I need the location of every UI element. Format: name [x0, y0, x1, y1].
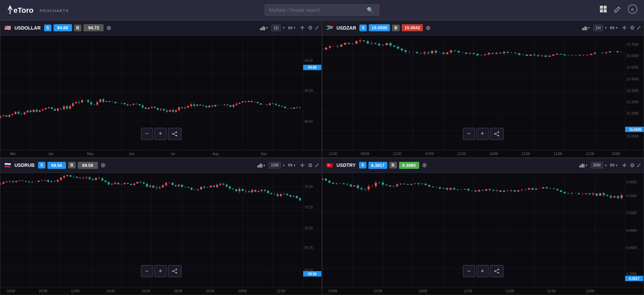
- zoom-plus-usdzar[interactable]: +: [476, 128, 489, 140]
- sell-button-usdtry[interactable]: S: [359, 162, 366, 169]
- candle-type-usdrub[interactable]: ▾: [287, 162, 297, 168]
- grid-layout-icon[interactable]: [600, 5, 607, 14]
- edit-icon[interactable]: [614, 5, 621, 14]
- svg-point-55: [498, 269, 499, 270]
- settings-usdtry[interactable]: ⚙: [630, 162, 635, 169]
- svg-point-56: [494, 270, 496, 272]
- buy-price-usdollar[interactable]: 94.72: [83, 24, 104, 31]
- expand-usdollar[interactable]: ⤢: [315, 25, 319, 31]
- chart-type-usdollar[interactable]: ▾: [258, 25, 269, 31]
- period-btn-usdzar[interactable]: 1H: [593, 25, 603, 31]
- period-btn-usdollar[interactable]: 1D: [271, 25, 281, 31]
- sell-price-usdollar[interactable]: 94.68: [53, 24, 72, 31]
- search-bar[interactable]: 🔍: [265, 4, 379, 15]
- x-label-5: 10/09: [490, 152, 498, 156]
- x-axis-usdollar: Mar Apr May Jun Jul Aug Sep: [0, 150, 322, 157]
- crosshair-tool-usdtry[interactable]: ✛: [621, 161, 628, 169]
- crosshair-usdzar[interactable]: ⊕: [425, 24, 431, 32]
- x-label-r0: 18:00: [7, 289, 15, 293]
- crosshair-usdrub[interactable]: ⊕: [100, 161, 106, 169]
- crosshair-tool-usdollar[interactable]: ✛: [299, 24, 306, 32]
- crosshair-usdtry[interactable]: ⊕: [421, 161, 428, 169]
- share-usdollar[interactable]: [168, 128, 181, 140]
- zoom-minus-usdollar[interactable]: −: [141, 128, 153, 140]
- search-input[interactable]: [269, 7, 367, 13]
- top-nav: eToro PROCHARTS 🔍 e: [0, 0, 644, 20]
- sell-button-usdzar[interactable]: S: [359, 25, 367, 31]
- expand-usdrub[interactable]: ⤢: [315, 162, 319, 169]
- x-label-7: 11/09: [554, 152, 562, 156]
- crosshair-usdollar[interactable]: ⊕: [106, 24, 112, 32]
- share-usdzar[interactable]: [490, 128, 503, 140]
- buy-button-usdzar[interactable]: B: [392, 25, 400, 31]
- x-label-t3: 12:00: [464, 289, 472, 293]
- buy-price-usdtry[interactable]: 6.3880: [399, 162, 419, 169]
- svg-rect-11: [264, 27, 265, 30]
- share-usdrub[interactable]: [168, 265, 181, 277]
- buy-button-usdrub[interactable]: B: [68, 162, 76, 169]
- chart-panel-usdtry: 🇹🇷 USDTRY S 6.3817 B 6.3880 ⊕ ▾ 30M ▾: [322, 158, 644, 295]
- zoom-controls-usdrub: − +: [141, 265, 181, 277]
- zoom-plus-usdrub[interactable]: +: [154, 265, 167, 277]
- sell-price-usdtry[interactable]: 6.3817: [368, 162, 387, 169]
- x-axis-usdzar: 12:00 06/09 12:00 07/09 12:00 10/09 12:0…: [322, 150, 644, 157]
- etoro-account-icon[interactable]: e: [628, 4, 637, 15]
- x-label-jun: Jun: [129, 152, 134, 156]
- period-dropdown-usdrub[interactable]: ▾: [283, 163, 285, 167]
- svg-point-29: [498, 132, 499, 133]
- chart-type-usdtry[interactable]: ▾: [578, 162, 588, 168]
- period-btn-usdrub[interactable]: 10M: [269, 162, 281, 169]
- zoom-controls-usdollar: − +: [141, 128, 181, 140]
- candle-type-usdtry[interactable]: ▾: [609, 162, 619, 168]
- chart-panel-usdzar: 🇿🇦 USDZAR S 15.0500 B 15.0542 ⊕ ▾ 1H ▾: [322, 20, 644, 158]
- period-btn-usdtry[interactable]: 30M: [591, 162, 603, 169]
- buy-price-usdrub[interactable]: 69.59: [78, 162, 98, 169]
- svg-line-19: [174, 133, 176, 134]
- settings-usdzar[interactable]: ⚙: [630, 25, 635, 31]
- svg-line-5: [618, 7, 620, 8]
- svg-point-43: [172, 270, 174, 272]
- zoom-minus-usdrub[interactable]: −: [141, 265, 153, 277]
- zoom-minus-usdzar[interactable]: −: [463, 128, 475, 140]
- chart-type-usdzar[interactable]: ▾: [580, 25, 591, 31]
- chart-header-usdrub: 🇷🇺 USDRUB S 69.56 B 69.59 ⊕ ▾ 10M ▾: [0, 158, 322, 173]
- settings-usdollar[interactable]: ⚙: [308, 25, 313, 31]
- share-usdtry[interactable]: [490, 265, 503, 277]
- crosshair-tool-usdrub[interactable]: ✛: [299, 161, 306, 169]
- flag-usdrub: 🇷🇺: [3, 162, 12, 168]
- zoom-plus-usdtry[interactable]: +: [476, 265, 489, 277]
- x-label-t5: 12:00: [547, 289, 556, 293]
- expand-usdzar[interactable]: ⤢: [637, 25, 641, 31]
- x-label-t2: 10/09: [419, 289, 427, 293]
- x-label-2: 12:00: [393, 152, 401, 156]
- sell-price-usdzar[interactable]: 15.0500: [369, 24, 390, 31]
- settings-usdrub[interactable]: ⚙: [308, 162, 313, 169]
- svg-rect-49: [582, 163, 583, 168]
- chart-type-usdrub[interactable]: ▾: [256, 162, 266, 168]
- instrument-name-usdtry: USDTRY: [336, 162, 356, 168]
- buy-button-usdollar[interactable]: B: [74, 25, 82, 31]
- period-dropdown-usdollar[interactable]: ▾: [283, 26, 285, 30]
- period-dropdown-usdzar[interactable]: ▾: [605, 26, 607, 30]
- x-label-jul: Jul: [171, 152, 175, 156]
- sell-button-usdollar[interactable]: S: [44, 25, 51, 31]
- svg-line-20: [174, 134, 176, 135]
- buy-button-usdtry[interactable]: B: [389, 162, 397, 169]
- period-dropdown-usdtry[interactable]: ▾: [605, 163, 607, 167]
- svg-line-59: [496, 271, 498, 272]
- x-label-r1: 20:00: [39, 289, 47, 293]
- expand-usdtry[interactable]: ⤢: [637, 162, 641, 169]
- svg-rect-48: [581, 164, 582, 168]
- candle-type-usdzar[interactable]: ▾: [609, 25, 619, 31]
- svg-point-16: [176, 132, 177, 133]
- zoom-minus-usdtry[interactable]: −: [463, 265, 475, 277]
- svg-line-58: [496, 270, 498, 271]
- sell-button-usdrub[interactable]: S: [38, 162, 45, 169]
- buy-price-usdzar[interactable]: 15.0542: [402, 24, 423, 31]
- svg-point-44: [176, 272, 177, 273]
- sell-price-usdrub[interactable]: 69.56: [47, 162, 66, 169]
- candle-type-usdollar[interactable]: ▾: [287, 25, 297, 31]
- zoom-plus-usdollar[interactable]: +: [154, 128, 167, 140]
- x-label-t1: 12:00: [374, 289, 382, 293]
- crosshair-tool-usdzar[interactable]: ✛: [621, 24, 628, 32]
